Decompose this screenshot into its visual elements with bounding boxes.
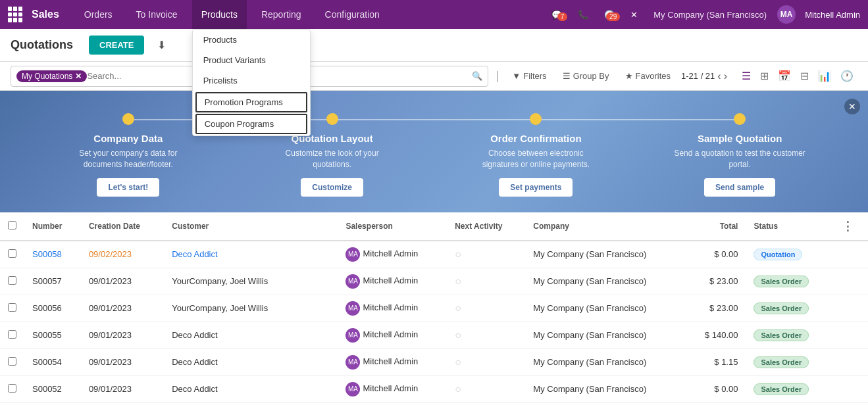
col-next-activity: Next Activity: [447, 212, 525, 241]
table-container: Number Creation Date Customer Salesperso…: [0, 212, 868, 409]
step-3-title: Order Confirmation: [434, 133, 638, 144]
banner-close-button[interactable]: ✕: [844, 99, 860, 114]
step-1-button[interactable]: Let's start!: [97, 178, 159, 197]
dropdown-promotion-programs[interactable]: Promotion Programs: [195, 92, 307, 112]
active-filter-tag[interactable]: My Quotations ✕: [16, 70, 87, 82]
customer-name: Deco Addict: [164, 349, 338, 375]
clock-view-button[interactable]: 🕐: [836, 67, 857, 85]
create-button[interactable]: CREATE: [89, 36, 144, 55]
order-number[interactable]: S00054: [24, 349, 81, 375]
next-activity: ○: [447, 402, 525, 409]
chat-badge: 7: [557, 12, 568, 21]
status: Sales Order: [746, 402, 833, 409]
status: Sales Order: [746, 268, 833, 295]
favorites-button[interactable]: ★ Favorites: [620, 71, 676, 81]
phone-icon: 📞: [578, 10, 588, 20]
salesperson: MAMitchell Admin: [338, 268, 447, 295]
step-4-desc: Send a quotation to test the customer po…: [674, 148, 805, 170]
company: My Company (San Francisco): [525, 241, 685, 268]
nav-configuration[interactable]: Configuration: [316, 0, 389, 29]
nav-products[interactable]: Products Products Product Variants Price…: [192, 0, 247, 29]
page-title: Quotations: [11, 38, 73, 52]
row-checkbox[interactable]: [8, 276, 16, 285]
order-number[interactable]: S00052: [24, 375, 81, 402]
salesperson: MAMitchell Admin: [338, 375, 447, 402]
filter-bar: My Quotations ✕ 🔍 | ▼ Filters ☰ Group By…: [0, 62, 868, 91]
activity-icon: ○: [455, 249, 461, 260]
status: Sales Order: [746, 375, 833, 402]
list-view-button[interactable]: ☰: [738, 67, 755, 85]
dropdown-coupon-programs[interactable]: Coupon Programs: [195, 114, 307, 134]
dropdown-pricelists[interactable]: Pricelists: [193, 70, 310, 91]
step-line-2: [332, 119, 536, 120]
group-by-button[interactable]: ☰ Group By: [557, 71, 615, 81]
row-menu: [834, 241, 868, 268]
dropdown-products[interactable]: Products: [193, 30, 310, 50]
status-badge: Sales Order: [753, 276, 809, 287]
step-4-title: Sample Quotation: [638, 133, 842, 144]
order-number[interactable]: S00053: [24, 402, 81, 409]
company: My Company (San Francisco): [525, 402, 685, 409]
col-menu: ⋮: [834, 212, 868, 241]
salesperson-avatar: MA: [345, 247, 360, 262]
phone-icon-btn[interactable]: 📞: [573, 10, 594, 20]
status-badge: Sales Order: [753, 356, 809, 368]
total: $ 140.00: [685, 322, 746, 349]
quotations-table: Number Creation Date Customer Salesperso…: [0, 212, 868, 409]
col-status: Status: [746, 212, 833, 241]
step-2-button[interactable]: Customize: [301, 178, 363, 197]
row-checkbox[interactable]: [8, 384, 16, 393]
export-button[interactable]: ⬇: [152, 36, 171, 54]
salesperson: MAMitchell Admin: [338, 322, 447, 349]
customer-name: YourCompany, Joel Willis: [164, 268, 338, 295]
activity-icon: ○: [455, 302, 461, 314]
select-all-checkbox[interactable]: [8, 221, 16, 229]
prev-page-button[interactable]: ‹: [717, 70, 721, 82]
next-page-button[interactable]: ›: [724, 70, 727, 82]
total: $ 0.00: [685, 241, 746, 268]
row-checkbox[interactable]: [8, 357, 16, 366]
app-grid-icon[interactable]: [8, 7, 24, 22]
order-number[interactable]: S00058: [24, 241, 81, 268]
remove-filter-btn[interactable]: ✕: [75, 72, 82, 81]
row-checkbox[interactable]: [8, 303, 16, 312]
row-checkbox[interactable]: [8, 330, 16, 339]
company-name: My Company (San Francisco): [653, 10, 767, 20]
avatar[interactable]: MA: [777, 5, 796, 24]
row-menu: [834, 295, 868, 322]
search-icon[interactable]: 🔍: [472, 71, 482, 81]
dropdown-product-variants[interactable]: Product Variants: [193, 50, 310, 70]
calendar-view-button[interactable]: 📅: [774, 67, 795, 85]
salesperson-avatar: MA: [345, 355, 360, 370]
scroll-area[interactable]: Number Creation Date Customer Salesperso…: [0, 212, 868, 409]
order-number[interactable]: S00057: [24, 268, 81, 295]
step-dot-4: [734, 113, 746, 125]
row-checkbox[interactable]: [8, 249, 16, 258]
order-number[interactable]: S00055: [24, 322, 81, 349]
creation-date: 09/01/2023: [81, 375, 164, 402]
chat-icon-btn[interactable]: 💬 7: [546, 10, 567, 20]
next-activity: ○: [447, 268, 525, 295]
step-4-button[interactable]: Send sample: [704, 178, 775, 197]
settings-icon-btn[interactable]: ✕: [625, 10, 643, 20]
status-badge: Sales Order: [753, 383, 809, 395]
chart-view-button[interactable]: 📊: [814, 67, 835, 85]
status-badge: Sales Order: [753, 302, 809, 314]
setup-banner: ✕ Company Data Set your company's data f…: [0, 91, 868, 212]
grid-view-button[interactable]: ⊟: [796, 67, 813, 85]
kanban-view-button[interactable]: ⊞: [756, 67, 773, 85]
nav-reporting[interactable]: Reporting: [252, 0, 311, 29]
activities-icon-btn[interactable]: 🕐 29: [599, 10, 620, 20]
column-options-icon[interactable]: ⋮: [842, 220, 854, 233]
nav-to-invoice[interactable]: To Invoice: [127, 0, 187, 29]
filters-button[interactable]: ▼ Filters: [507, 71, 551, 81]
nav-orders[interactable]: Orders: [75, 0, 122, 29]
total: $ 1.15: [685, 349, 746, 375]
app-name[interactable]: Sales: [32, 9, 59, 20]
salesperson-avatar: MA: [345, 328, 360, 343]
next-activity: ○: [447, 349, 525, 375]
col-company: Company: [525, 212, 685, 241]
order-number[interactable]: S00056: [24, 295, 81, 322]
step-3-button[interactable]: Set payments: [499, 178, 573, 197]
user-name: Mitchell Admin: [805, 10, 860, 20]
